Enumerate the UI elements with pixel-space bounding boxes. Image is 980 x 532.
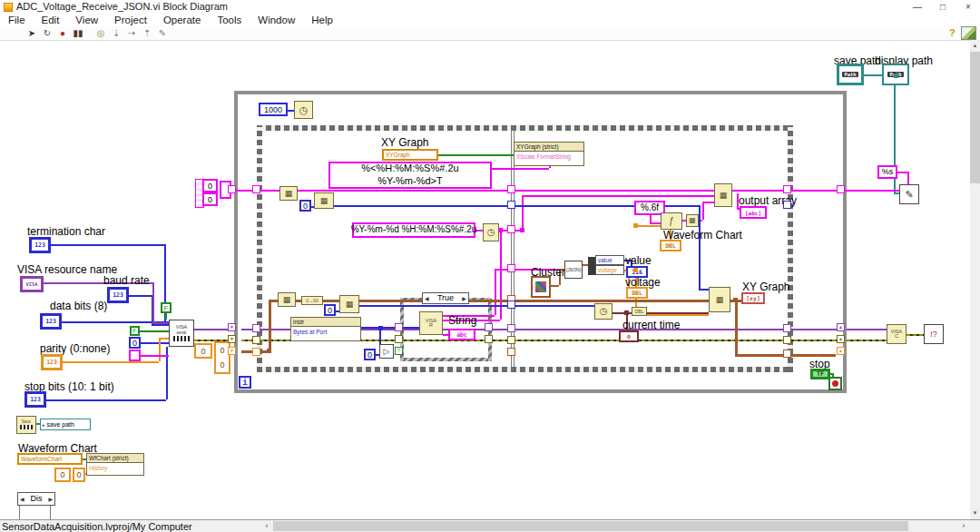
selector-prev-icon[interactable]: ◀ <box>425 296 429 301</box>
menu-project[interactable]: Project <box>106 14 155 26</box>
xy-graph-indicator[interactable]: [xy] <box>741 292 765 304</box>
zero-constant[interactable]: 0 <box>73 468 85 482</box>
write-spreadsheet-file-icon[interactable]: ✎ <box>899 184 919 204</box>
case-selector-dis[interactable]: ◀ Dis ▶ <box>17 492 55 506</box>
visa-close-icon[interactable]: VISA C <box>887 324 906 344</box>
get-datetime-icon[interactable]: ◷ <box>594 303 612 320</box>
step-out-button[interactable]: ⇡ <box>141 27 153 39</box>
scroll-right-icon[interactable]: › <box>958 520 969 532</box>
minimize-button[interactable]: — <box>906 0 929 14</box>
menu-view[interactable]: View <box>67 14 106 26</box>
voltage-indicator[interactable]: DBL <box>626 287 648 299</box>
index-array-icon[interactable]: ▦ <box>339 295 359 313</box>
false-constant[interactable]: F <box>161 302 172 313</box>
file-dialog-icon[interactable]: Save <box>16 416 36 434</box>
menu-file[interactable]: File <box>0 14 34 26</box>
project-path[interactable]: SensorDataAcquisition.lvproj/My Computer <box>2 521 192 532</box>
waveform-chart-reference[interactable]: WaveformChart <box>17 453 83 465</box>
help-icon[interactable]: ? <box>949 27 956 38</box>
zero-constant[interactable]: 0 <box>129 337 141 349</box>
menu-window[interactable]: Window <box>250 14 303 26</box>
visa-resource-terminal[interactable]: VISA <box>20 276 44 292</box>
loop-condition-terminal[interactable] <box>828 377 842 390</box>
zero-constant[interactable]: 0 <box>324 304 336 316</box>
stop-bits-terminal[interactable]: 123 <box>24 391 46 408</box>
vertical-scrollbar[interactable]: ▲ ▼ <box>970 40 980 519</box>
loop-iteration-terminal[interactable]: i <box>239 376 251 389</box>
false-constant[interactable]: F <box>130 326 140 336</box>
xy-graph-reference[interactable]: XYGraph <box>382 149 438 161</box>
index-bundle-icon[interactable]: ▦ <box>278 292 296 307</box>
scroll-down-icon[interactable]: ▼ <box>970 507 980 519</box>
property-xscale-formatstring[interactable]: XScale.FormatString <box>514 152 583 162</box>
in-range-icon[interactable]: 0→00 <box>301 296 323 305</box>
maximize-button[interactable]: □ <box>931 0 955 14</box>
selector-prev-icon[interactable]: ◀ <box>20 497 24 502</box>
visa-configure-serial-icon[interactable]: VISA serial <box>169 320 194 347</box>
cluster-constant[interactable] <box>531 276 551 298</box>
close-button[interactable]: × <box>956 0 980 14</box>
greater-than-icon[interactable]: ▷ <box>379 344 394 359</box>
bytes-at-port-property-node[interactable]: instr Bytes at Port <box>290 317 361 341</box>
array-element-zero[interactable]: 0 <box>202 179 218 192</box>
highlight-execution-button[interactable]: ◎ <box>94 27 107 39</box>
wait-ms-icon[interactable]: ◷ <box>294 101 313 119</box>
selector-next-icon[interactable]: ▶ <box>462 296 466 301</box>
number-to-string-icon[interactable]: ƒ <box>661 212 682 230</box>
baud-rate-terminal[interactable]: 123 <box>107 287 129 303</box>
horizontal-scrollbar[interactable]: ‹ › <box>261 520 970 532</box>
unflatten-json-icon[interactable]: {JSON} <box>564 261 583 279</box>
wait-ms-constant[interactable]: 1000 <box>259 103 288 116</box>
abort-button[interactable]: ● <box>56 27 69 39</box>
build-xy-array-icon[interactable]: ▦ <box>709 287 730 312</box>
step-into-button[interactable]: ⇣ <box>110 27 122 39</box>
pause-button[interactable]: ▮▮ <box>72 27 84 39</box>
scroll-up-icon[interactable]: ▲ <box>970 40 980 52</box>
vi-icon[interactable] <box>961 26 976 40</box>
array-to-cluster-icon[interactable]: ▦ <box>279 186 298 201</box>
case-selector-true[interactable]: ◀ True ▶ <box>422 292 469 304</box>
save-path-local-variable[interactable]: ▸ save path <box>40 419 91 430</box>
index-array-icon[interactable]: ▦ <box>314 192 334 209</box>
parity-terminal[interactable]: 123 <box>41 354 63 370</box>
run-continuously-button[interactable]: ↻ <box>41 27 54 39</box>
string-indicator[interactable]: abc <box>448 329 475 340</box>
property-bytes-at-port[interactable]: Bytes at Port <box>291 327 360 337</box>
property-history[interactable]: History <box>87 463 143 473</box>
selector-next-icon[interactable]: ▶ <box>48 497 53 502</box>
time-format-constant-2[interactable]: %Y-%m-%d %H:%M:%S%#.2u <box>352 222 475 238</box>
vertical-scroll-thumb[interactable] <box>970 52 980 183</box>
scroll-left-icon[interactable]: ‹ <box>261 520 272 532</box>
data-bits-terminal[interactable]: 123 <box>40 313 62 330</box>
waveform-chart-indicator[interactable]: DBL <box>660 240 681 251</box>
visa-read-icon[interactable]: VISA R <box>419 311 443 335</box>
zero-array-constant[interactable]: 0 <box>194 343 212 359</box>
clean-up-button[interactable]: ✎ <box>156 27 169 39</box>
menu-tools[interactable]: Tools <box>209 14 250 26</box>
waveform-chart-property-node[interactable]: WfChart (strict) History <box>86 453 144 476</box>
zero-array-constant[interactable]: 0 <box>54 468 71 482</box>
run-button[interactable]: ➤ <box>25 27 38 39</box>
format-datetime-string-icon[interactable]: ◷ <box>483 223 499 241</box>
output-array-indicator[interactable]: [abc] <box>740 206 767 219</box>
unbundle-field-voltage[interactable]: voltage <box>595 265 624 275</box>
menu-edit[interactable]: Edit <box>34 14 68 26</box>
current-time-indicator[interactable]: ⊙ <box>619 330 639 342</box>
menu-help[interactable]: Help <box>303 14 341 26</box>
string-format-constant[interactable]: %s <box>877 165 897 179</box>
simple-error-handler-icon[interactable]: !? <box>924 324 944 344</box>
menu-operate[interactable]: Operate <box>155 14 210 26</box>
step-over-button[interactable]: ⇢ <box>125 27 138 39</box>
zero-constant[interactable]: 0 <box>364 349 376 360</box>
xy-graph-property-node[interactable]: XYGraph (strict) XScale.FormatString <box>514 142 584 166</box>
array-element-zero[interactable]: 0 <box>202 192 218 206</box>
build-array-icon[interactable]: ▦ <box>686 214 699 227</box>
zero-constant[interactable]: 0 <box>299 200 311 212</box>
horizontal-scroll-thumb[interactable] <box>273 521 908 531</box>
time-format-constant-1[interactable]: %<%H:%M:%S%#.2u %Y-%m-%d>T <box>328 162 492 189</box>
build-array-icon[interactable]: ▦ <box>714 183 732 207</box>
empty-string-constant[interactable] <box>129 350 141 361</box>
termination-char-terminal[interactable]: 123 <box>29 237 51 253</box>
unbundle-field-value[interactable]: value <box>595 255 624 265</box>
save-path-terminal[interactable]: Path <box>837 64 864 85</box>
